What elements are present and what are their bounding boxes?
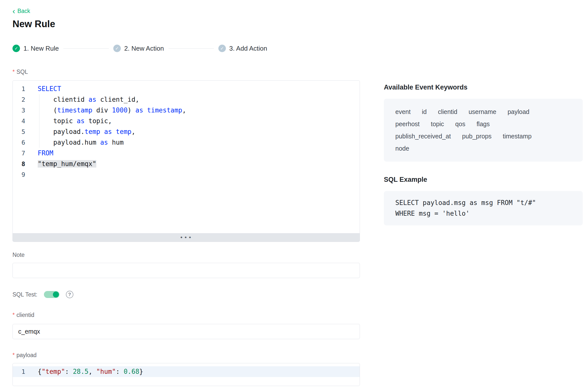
code-line: 2 clientid as client_id, [13,94,360,105]
sql-field-label: * SQL [12,68,360,75]
keywords-panel: eventidclientidusernamepayloadpeerhostto… [384,99,583,162]
event-keyword: id [422,106,427,118]
step-connector [168,48,214,49]
step-3-add-action[interactable]: ✓ 3. Add Action [218,45,267,52]
required-asterisk: * [12,69,15,75]
event-keyword: node [395,142,409,155]
keywords-heading: Available Event Keywords [384,83,583,91]
step-1-label: 1. New Rule [23,45,59,52]
code-line: 1{"temp": 28.5, "hum": 0.68} [13,366,360,377]
keyword-row: publish_received_atpub_propstimestamp [395,130,571,142]
note-input[interactable] [12,263,360,278]
sql-test-label: SQL Test: [12,291,37,298]
keyword-row: eventidclientidusernamepayload [395,106,571,118]
help-question-icon[interactable]: ? [66,291,73,298]
event-keyword: payload [508,106,530,118]
back-label: Back [17,8,30,14]
line-number: 8 [13,159,25,169]
step-1-check-icon: ✓ [12,45,20,52]
steps-bar: ✓ 1. New Rule ✓ 2. New Action ✓ 3. Add A… [12,44,588,52]
indent-guide [39,94,39,148]
sql-editor[interactable]: 1SELECT2 clientid as client_id,3 (timest… [12,80,360,242]
sql-example-line: SELECT payload.msg as msg FROM "t/#" [395,197,571,208]
code-line: 9 [13,169,360,180]
sql-example-heading: SQL Example [384,176,583,184]
line-number: 1 [13,84,25,94]
resize-dots-icon: ••• [180,234,193,241]
event-keyword: flags [476,118,490,130]
line-number: 9 [13,169,25,180]
event-keyword: topic [431,118,444,130]
back-chevron-icon: ‹ [12,8,15,14]
code-line: 5 payload.temp as temp, [13,126,360,137]
event-keyword: clientid [438,106,457,118]
event-keyword: event [395,106,411,118]
sql-test-toggle[interactable] [44,291,59,298]
code-line: 7FROM [13,148,360,159]
line-number: 2 [13,94,25,105]
sql-editor-lines: 1SELECT2 clientid as client_id,3 (timest… [13,81,360,233]
event-keyword: peerhost [395,118,420,130]
line-number: 4 [13,116,25,126]
line-number: 7 [13,148,25,159]
clientid-input[interactable] [12,324,360,339]
step-1-new-rule[interactable]: ✓ 1. New Rule [12,45,59,52]
code-line: 3 (timestamp div 1000) as timestamp, [13,105,360,116]
event-keyword: pub_props [462,130,491,142]
line-number: 6 [13,137,25,148]
step-3-label: 3. Add Action [229,45,267,52]
line-number: 5 [13,126,25,137]
step-2-check-icon: ✓ [113,45,121,52]
clientid-label: * clientid [12,311,360,318]
page-title: New Rule [12,18,588,29]
new-rule-page: ‹ Back New Rule ✓ 1. New Rule ✓ 2. New A… [0,0,588,391]
line-number: 3 [13,105,25,116]
step-connector [63,48,109,49]
step-2-label: 2. New Action [124,45,164,52]
event-keyword: publish_received_at [395,130,451,142]
event-keyword: timestamp [503,130,532,142]
required-asterisk: * [12,312,15,318]
payload-label: * payload [12,352,360,359]
required-asterisk: * [12,352,15,359]
line-number: 1 [13,366,25,377]
event-keyword: qos [455,118,465,130]
step-2-new-action[interactable]: ✓ 2. New Action [113,45,164,52]
step-3-check-icon: ✓ [218,45,226,52]
code-line: 4 topic as topic, [13,116,360,126]
keyword-row: node [395,142,571,155]
payload-editor-lines: 1{"temp": 28.5, "hum": 0.68} [13,363,360,386]
sql-example-panel: SELECT payload.msg as msg FROM "t/#" WHE… [384,191,583,225]
sql-editor-resize-handle[interactable]: ••• [13,233,360,242]
code-line: 1SELECT [13,84,360,94]
payload-editor[interactable]: 1{"temp": 28.5, "hum": 0.68} [12,363,360,386]
keyword-row: peerhosttopicqosflags [395,118,571,130]
sql-example-line: WHERE msg = 'hello' [395,208,571,219]
toggle-knob [53,292,59,297]
event-keyword: username [468,106,496,118]
code-line: 6 payload.hum as hum [13,137,360,148]
note-label: Note [12,251,360,258]
code-line: 8"temp_hum/emqx" [13,159,360,169]
back-link[interactable]: ‹ Back [12,7,30,14]
